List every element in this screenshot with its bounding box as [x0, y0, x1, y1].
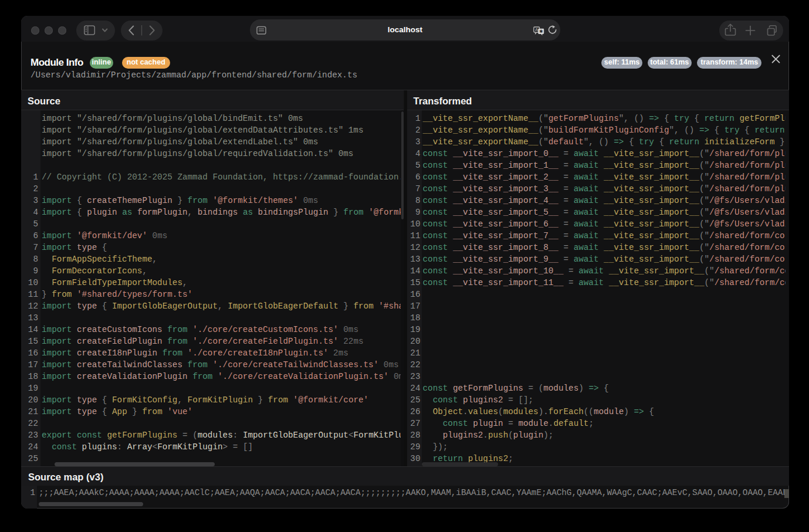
- svg-text:✱: ✱: [539, 29, 543, 34]
- svg-text:A: A: [535, 27, 538, 32]
